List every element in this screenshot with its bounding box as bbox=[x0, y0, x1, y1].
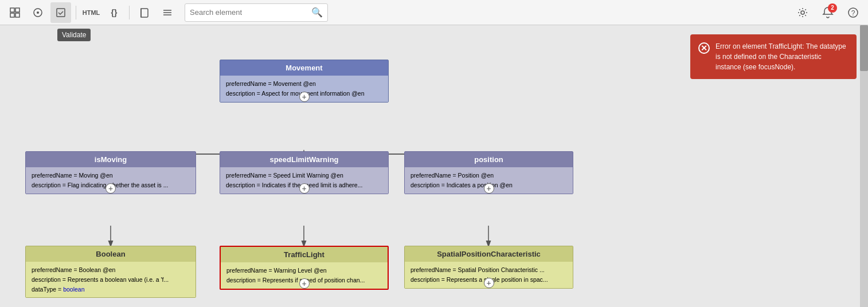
validate-tooltip: Validate bbox=[57, 29, 91, 41]
lines-icon-button[interactable] bbox=[157, 2, 178, 23]
scrollbar[interactable] bbox=[860, 25, 868, 307]
node-speedlimitwarning-title: speedLimitWarning bbox=[220, 152, 388, 167]
settings-button[interactable] bbox=[792, 2, 813, 23]
node-speedlimitwarning[interactable]: speedLimitWarning preferredName = Speed … bbox=[220, 151, 389, 194]
search-icon: 🔍 bbox=[311, 7, 323, 18]
node-spatialposition-expand[interactable]: + bbox=[484, 278, 494, 288]
node-ismoving[interactable]: isMoving preferredName = Moving @en desc… bbox=[25, 151, 196, 194]
book-icon-button[interactable] bbox=[134, 2, 155, 23]
separator-1 bbox=[76, 6, 76, 19]
node-movement-expand[interactable]: + bbox=[299, 92, 310, 102]
svg-text:?: ? bbox=[851, 9, 855, 17]
svg-rect-1 bbox=[15, 8, 19, 12]
toolbar: HTML {} 🔍 2 ? bbox=[0, 0, 868, 25]
error-icon: ✕ bbox=[698, 42, 710, 54]
svg-rect-6 bbox=[57, 9, 65, 17]
error-message: Error on element TrafficLight: The datat… bbox=[715, 41, 849, 72]
toolbar-right: 2 ? bbox=[792, 2, 863, 23]
svg-rect-2 bbox=[10, 13, 14, 17]
notification-badge: 2 bbox=[828, 3, 837, 13]
node-ismoving-title: isMoving bbox=[26, 152, 196, 167]
search-box: 🔍 bbox=[185, 3, 328, 22]
node-position-expand[interactable]: + bbox=[484, 183, 494, 194]
node-boolean-body: preferredName = Boolean @en description … bbox=[26, 262, 196, 297]
node-spatialposition[interactable]: SpatialPositionCharacteristic preferredN… bbox=[404, 246, 573, 289]
node-boolean[interactable]: Boolean preferredName = Boolean @en desc… bbox=[25, 246, 196, 298]
braces-icon-button[interactable]: {} bbox=[104, 2, 124, 23]
help-button[interactable]: ? bbox=[843, 2, 863, 23]
grid-icon-button[interactable] bbox=[5, 2, 25, 23]
svg-rect-0 bbox=[10, 8, 14, 12]
search-input[interactable] bbox=[190, 8, 311, 17]
node-position[interactable]: position preferredName = Position @en de… bbox=[404, 151, 573, 194]
scrollbar-thumb[interactable] bbox=[860, 25, 868, 71]
node-trafficlight[interactable]: TrafficLight preferredName = Warning Lev… bbox=[220, 246, 389, 290]
node-speedlimitwarning-expand[interactable]: + bbox=[299, 183, 310, 194]
notifications-button[interactable]: 2 bbox=[818, 2, 838, 23]
node-boolean-title: Boolean bbox=[26, 246, 196, 262]
node-trafficlight-title: TrafficLight bbox=[221, 247, 388, 262]
error-panel: ✕ Error on element TrafficLight: The dat… bbox=[690, 34, 857, 79]
node-position-title: position bbox=[405, 152, 573, 167]
svg-point-11 bbox=[801, 11, 804, 14]
braces-symbol: {} bbox=[111, 8, 118, 17]
node-movement-title: Movement bbox=[220, 60, 388, 76]
node-ismoving-expand[interactable]: + bbox=[105, 183, 116, 194]
html-icon-button[interactable]: HTML bbox=[81, 2, 101, 23]
svg-point-5 bbox=[37, 11, 39, 14]
node-movement[interactable]: Movement preferredName = Movement @en de… bbox=[220, 60, 389, 103]
html-label: HTML bbox=[83, 9, 100, 16]
circle-dot-icon-button[interactable] bbox=[28, 2, 48, 23]
node-spatialposition-title: SpatialPositionCharacteristic bbox=[405, 246, 573, 262]
node-trafficlight-expand[interactable]: + bbox=[299, 278, 310, 289]
separator-2 bbox=[129, 6, 130, 19]
validate-icon-button[interactable] bbox=[50, 2, 71, 23]
svg-rect-3 bbox=[15, 13, 19, 17]
